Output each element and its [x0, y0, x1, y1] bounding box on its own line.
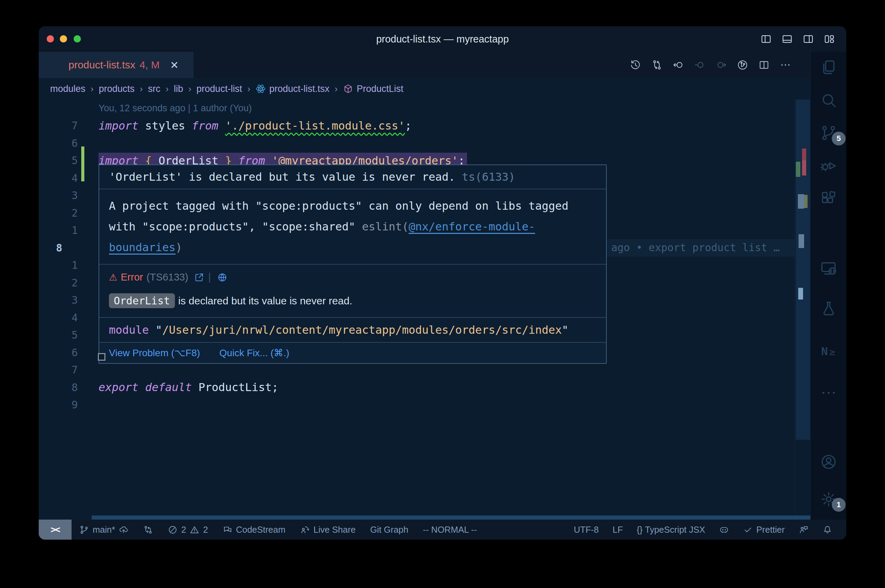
code-token: './product-list.module.css': [225, 119, 405, 132]
breadcrumb-item-productlist[interactable]: ProductList: [343, 84, 403, 94]
compare-changes-icon[interactable]: [651, 59, 663, 71]
tooltip-eslint-message: A project tagged with "scope:products" c…: [99, 189, 606, 264]
line-number: 1: [39, 259, 99, 271]
cloudup-icon: [119, 525, 129, 535]
line-number: 4: [39, 172, 99, 184]
toggle-bottom-panel-icon[interactable]: [781, 33, 793, 45]
activity-run-debug[interactable]: [811, 156, 846, 176]
breadcrumb-separator: ›: [165, 84, 169, 94]
liveshare-icon: [300, 525, 310, 535]
copilot-icon: [719, 525, 729, 535]
activity-testing[interactable]: [811, 299, 846, 318]
activity-explorer[interactable]: [811, 58, 846, 77]
navigate-previous-icon[interactable]: [694, 59, 706, 71]
react-icon: [255, 84, 266, 94]
activity-bar: 5N≥1: [810, 52, 846, 520]
activity-search[interactable]: [811, 90, 846, 110]
activity-settings[interactable]: 1: [811, 489, 846, 509]
breadcrumb-separator: ›: [90, 84, 94, 94]
tooltip-resize-handle[interactable]: [98, 353, 105, 361]
tooltip-footer: View Problem (⌥F8) Quick Fix... (⌘.): [99, 342, 606, 363]
remotex-icon: [820, 260, 838, 278]
toggle-right-panel-icon[interactable]: [802, 33, 814, 45]
line-number: 8: [39, 242, 99, 254]
files-icon: [820, 58, 838, 76]
status-git-branch[interactable]: main*: [79, 525, 129, 535]
run-icon[interactable]: [737, 59, 748, 71]
status-git-graph[interactable]: Git Graph: [370, 525, 409, 535]
separator: |: [209, 272, 211, 283]
timeline-icon[interactable]: [630, 59, 641, 71]
status-language-mode[interactable]: {} TypeScript JSX: [637, 525, 705, 535]
code-line[interactable]: 7: [39, 362, 795, 379]
symbol-badge: OrderList: [109, 293, 175, 308]
status-codestream[interactable]: CodeStream: [222, 525, 285, 535]
blame-annotation-row[interactable]: You, 12 seconds ago | 1 author (You): [39, 99, 795, 117]
status-notifications[interactable]: [822, 525, 832, 535]
eslint-rule-link[interactable]: boundaries: [109, 241, 176, 254]
code-line[interactable]: 7import styles from './product-list.modu…: [39, 117, 795, 135]
code-line[interactable]: 6: [39, 134, 795, 152]
info-mark: [798, 194, 804, 208]
cube-icon: [343, 84, 353, 94]
eslint-message-line: boundaries): [109, 237, 597, 258]
cursor-mark: [799, 234, 804, 248]
code-token: A project tagged with "scope:products" c…: [109, 200, 568, 213]
quick-fix-action[interactable]: Quick Fix... (⌘.): [219, 347, 289, 358]
code-token: [139, 381, 145, 394]
breadcrumb-item-lib[interactable]: lib: [174, 84, 183, 94]
customize-layout-icon[interactable]: [823, 33, 835, 45]
remote-indicator[interactable]: ><: [39, 520, 72, 540]
split-editor-icon[interactable]: [758, 59, 770, 71]
status-live-share[interactable]: Live Share: [300, 525, 356, 535]
status-label: UTF-8: [574, 525, 599, 535]
breadcrumb-item-modules[interactable]: modules: [50, 84, 86, 94]
tooltip-module-path: module "/Users/juri/nrwl/content/myreact…: [99, 317, 606, 342]
navigate-next-icon[interactable]: [715, 59, 727, 71]
code-token: ": [149, 323, 162, 336]
breadcrumb-label: ProductList: [357, 84, 403, 94]
breadcrumb-item-product-list[interactable]: product-list: [196, 84, 242, 94]
open-external-icon[interactable]: [194, 272, 204, 283]
code-line[interactable]: 8export default ProductList;: [39, 379, 795, 396]
activity-extensions[interactable]: [811, 189, 846, 208]
activity-remote-explorer[interactable]: [811, 259, 846, 278]
activity-more-views[interactable]: [811, 383, 846, 402]
editor-toolbar: [630, 52, 791, 78]
tab-product-list[interactable]: product-list.tsx 4, M ✕: [39, 52, 194, 78]
line-number: 5: [39, 154, 99, 166]
code-token: ): [176, 241, 182, 254]
more-actions-icon[interactable]: [780, 59, 791, 71]
activity-source-control[interactable]: 5: [811, 123, 846, 142]
line-number: 3: [39, 294, 99, 306]
status-encoding[interactable]: UTF-8: [574, 525, 599, 535]
status-prettier[interactable]: Prettier: [743, 525, 785, 535]
debug-icon: [820, 157, 838, 175]
breadcrumb-separator: ›: [247, 84, 250, 94]
info-mark: [804, 195, 808, 208]
status-copilot[interactable]: [719, 525, 729, 535]
status-git-compare[interactable]: [143, 525, 153, 535]
status-feedback[interactable]: [799, 525, 808, 535]
eslint-message-line: A project tagged with "scope:products" c…: [109, 195, 597, 216]
activity-nx-console[interactable]: N≥: [811, 342, 846, 361]
status-vim-mode[interactable]: -- NORMAL --: [423, 525, 477, 535]
line-number: 6: [39, 346, 99, 358]
view-problem-action[interactable]: View Problem (⌥F8): [109, 347, 200, 358]
breadcrumb-item-product-list-tsx[interactable]: product-list.tsx: [255, 84, 329, 94]
line-number: 8: [39, 381, 99, 393]
close-tab-icon[interactable]: ✕: [170, 59, 179, 71]
navigate-back-icon[interactable]: [672, 59, 684, 71]
eslint-rule-link[interactable]: @nx/enforce-module-: [409, 220, 535, 233]
status-eol[interactable]: LF: [613, 525, 623, 535]
status-problems[interactable]: 22: [168, 525, 208, 535]
toggle-left-panel-icon[interactable]: [760, 33, 772, 45]
activity-account[interactable]: [811, 452, 846, 472]
status-label: Git Graph: [370, 525, 409, 535]
breadcrumb-label: product-list: [196, 84, 242, 94]
globe-icon[interactable]: [217, 272, 227, 283]
breadcrumb-item-products[interactable]: products: [99, 84, 135, 94]
breadcrumb-item-src[interactable]: src: [148, 84, 161, 94]
code-line[interactable]: 9: [39, 396, 795, 414]
error-hover-tooltip: 'OrderList' is declared but its value is…: [99, 165, 607, 364]
